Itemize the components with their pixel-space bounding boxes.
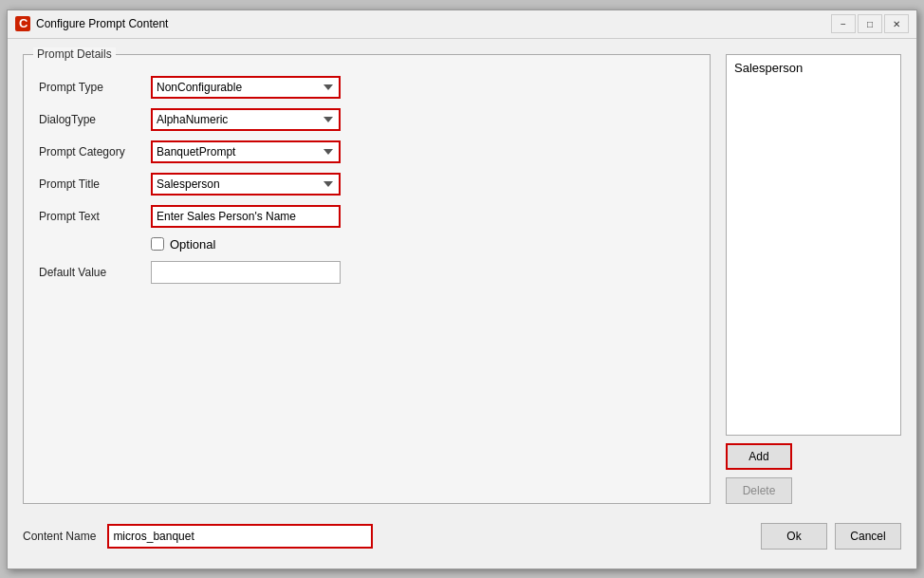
default-value-input[interactable] [151,261,341,284]
prompt-title-label: Prompt Title [39,173,143,196]
svg-text:C: C [19,18,28,29]
cancel-button[interactable]: Cancel [835,523,901,550]
optional-row: Optional [151,237,694,252]
content-name-input[interactable] [107,524,373,549]
prompt-category-wrap: BanquetPrompt [151,140,694,163]
window-controls: − □ ✕ [831,14,909,33]
panel-legend: Prompt Details [33,47,116,61]
dialog-type-wrap: AlphaNumeric Numeric String [151,108,694,131]
prompt-type-label: Prompt Type [39,76,143,99]
content-name-label: Content Name [23,530,96,543]
prompt-text-label: Prompt Text [39,205,143,228]
maximize-button[interactable]: □ [858,14,882,33]
window-title: Configure Prompt Content [36,17,831,30]
delete-button[interactable]: Delete [726,477,792,504]
form-grid: Prompt Type NonConfigurable Configurable… [39,76,694,252]
optional-label: Optional [170,237,215,252]
prompt-text-input[interactable] [151,205,341,228]
prompt-type-select[interactable]: NonConfigurable Configurable [151,76,341,99]
ok-button[interactable]: Ok [761,523,827,550]
prompt-text-wrap [151,205,694,228]
main-content: Prompt Details Prompt Type NonConfigurab… [23,54,901,504]
optional-spacer [39,237,143,252]
app-icon: C [15,16,30,31]
dialog-type-label: DialogType [39,108,143,131]
dialog-type-select[interactable]: AlphaNumeric Numeric String [151,108,341,131]
prompt-type-wrap: NonConfigurable Configurable [151,76,694,99]
add-button[interactable]: Add [726,443,792,470]
configure-prompt-content-window: C Configure Prompt Content − □ ✕ Prompt … [7,9,917,569]
bottom-right-buttons: Ok Cancel [761,523,901,550]
prompt-category-select[interactable]: BanquetPrompt [151,140,341,163]
prompt-category-label: Prompt Category [39,140,143,163]
prompt-title-wrap: Salesperson [151,173,694,196]
list-item[interactable]: Salesperson [730,59,896,77]
right-panel: Salesperson Add Delete [726,54,901,504]
minimize-button[interactable]: − [831,14,856,33]
window-body: Prompt Details Prompt Type NonConfigurab… [8,39,916,569]
title-bar: C Configure Prompt Content − □ ✕ [8,10,916,39]
prompt-title-select[interactable]: Salesperson [151,173,341,196]
default-value-wrap [151,261,694,284]
optional-checkbox[interactable] [151,237,164,251]
bottom-bar: Content Name Ok Cancel [23,515,901,553]
prompt-details-panel: Prompt Details Prompt Type NonConfigurab… [23,54,711,504]
close-button[interactable]: ✕ [884,14,909,33]
default-value-label: Default Value [39,261,143,284]
default-value-row: Default Value [39,261,694,284]
list-box[interactable]: Salesperson [726,54,901,436]
